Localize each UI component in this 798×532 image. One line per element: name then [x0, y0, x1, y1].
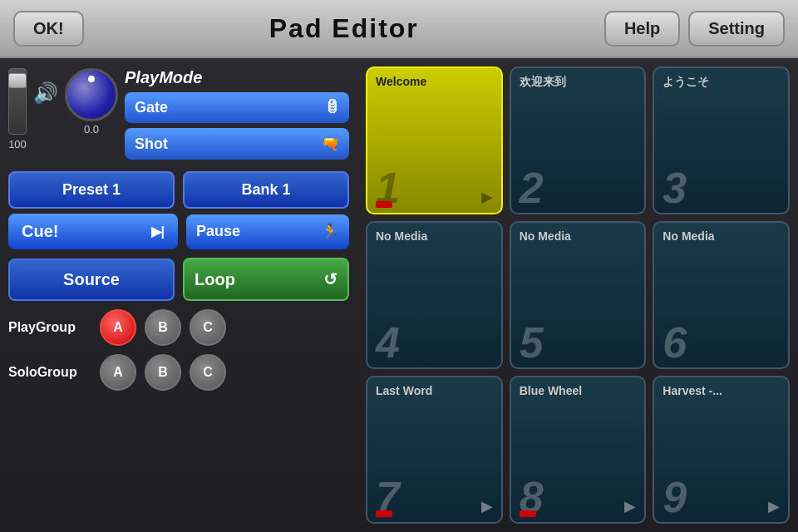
pad-9-play-icon: ▶ — [768, 497, 780, 515]
preset-button[interactable]: Preset 1 — [8, 171, 175, 209]
pad-8[interactable]: Blue Wheel8▶ — [510, 376, 647, 524]
top-controls: 100 🔊 0.0 PlayMode Gate 🛢 — [8, 68, 349, 160]
pause-button[interactable]: Pause 🏃 — [186, 214, 349, 249]
preset-bank-row: Preset 1 Bank 1 — [8, 171, 349, 209]
knob-section: 0.0 — [65, 68, 118, 135]
pad-9-name: Harvest -... — [663, 384, 722, 397]
source-loop-row: Source Loop ↺ — [8, 258, 349, 301]
speaker-icon: 🔊 — [33, 81, 58, 105]
pad-7-play-icon: ▶ — [481, 497, 493, 515]
knob-dot — [88, 76, 95, 82]
pad-5-number: 5 — [520, 321, 544, 364]
sologroup-a-button[interactable]: A — [100, 354, 136, 391]
sologroup-c-button[interactable]: C — [190, 354, 226, 391]
header: OK! Pad Editor Help Setting — [0, 0, 798, 58]
main-content: 100 🔊 0.0 PlayMode Gate 🛢 — [0, 58, 798, 532]
pitch-value: 0.0 — [84, 123, 99, 135]
page-title: Pad Editor — [269, 13, 419, 44]
pad-8-name: Blue Wheel — [520, 384, 582, 397]
barrel-icon: 🛢 — [324, 99, 339, 116]
pad-7-name: Last Word — [376, 384, 432, 397]
playgroup-row: PlayGroup A B C — [8, 309, 349, 346]
volume-slider[interactable] — [8, 68, 27, 135]
pause-icon: 🏃 — [321, 223, 339, 241]
cue-pause-row: Cue! ▶| Pause 🏃 — [8, 214, 349, 249]
sologroup-label: SoloGroup — [8, 365, 91, 380]
loop-icon: ↺ — [323, 269, 337, 289]
pad-6[interactable]: No Media6 — [653, 221, 790, 369]
pad-1-indicator — [376, 201, 392, 208]
sologroup-b-button[interactable]: B — [145, 354, 181, 391]
pad-7[interactable]: Last Word7▶ — [366, 376, 503, 524]
cue-play-icon: ▶| — [151, 224, 165, 239]
pad-4[interactable]: No Media4 — [366, 221, 503, 369]
bank-button[interactable]: Bank 1 — [183, 171, 349, 209]
pad-6-number: 6 — [663, 321, 687, 364]
slider-thumb[interactable] — [8, 73, 27, 88]
playgroup-c-button[interactable]: C — [190, 309, 226, 346]
setting-button[interactable]: Setting — [688, 11, 785, 47]
pad-grid: Welcome1▶欢迎来到2ようこそ3No Media4No Media5No … — [357, 58, 798, 532]
pad-2[interactable]: 欢迎来到2 — [510, 66, 647, 214]
pad-5[interactable]: No Media5 — [510, 221, 647, 369]
volume-section: 100 — [8, 68, 27, 150]
pad-9[interactable]: Harvest -...9▶ — [653, 376, 790, 524]
pad-2-number: 2 — [520, 166, 544, 209]
pad-2-name: 欢迎来到 — [520, 75, 566, 90]
pad-1-name: Welcome — [376, 75, 426, 88]
pad-1-play-icon: ▶ — [481, 188, 493, 206]
shot-button[interactable]: Shot 🔫 — [125, 128, 349, 160]
pad-3[interactable]: ようこそ3 — [653, 66, 790, 214]
playmode-label: PlayMode — [125, 68, 349, 87]
sologroup-row: SoloGroup A B C — [8, 354, 349, 391]
pad-8-play-icon: ▶ — [624, 497, 636, 515]
source-button[interactable]: Source — [8, 259, 175, 301]
volume-value: 100 — [8, 138, 27, 150]
left-panel: 100 🔊 0.0 PlayMode Gate 🛢 — [0, 58, 357, 532]
playgroup-b-button[interactable]: B — [145, 309, 181, 346]
pitch-knob[interactable] — [65, 68, 118, 121]
pad-4-name: No Media — [376, 229, 427, 243]
loop-button[interactable]: Loop ↺ — [183, 258, 349, 301]
gate-button[interactable]: Gate 🛢 — [125, 92, 349, 123]
playgroup-a-button[interactable]: A — [100, 309, 136, 346]
pad-4-number: 4 — [376, 321, 400, 364]
pad-3-name: ようこそ — [663, 75, 709, 90]
playmode-section: PlayMode Gate 🛢 Shot 🔫 — [125, 68, 349, 160]
pad-5-name: No Media — [520, 229, 571, 243]
pad-1[interactable]: Welcome1▶ — [366, 66, 503, 214]
pad-9-number: 9 — [663, 475, 687, 519]
ok-button[interactable]: OK! — [13, 11, 84, 47]
gun-icon: 🔫 — [321, 135, 339, 153]
pad-8-indicator — [520, 510, 536, 517]
pad-3-number: 3 — [663, 166, 687, 209]
help-button[interactable]: Help — [604, 11, 680, 47]
speaker-section: 🔊 — [33, 75, 58, 105]
playgroup-label: PlayGroup — [8, 320, 91, 335]
pad-7-indicator — [376, 510, 392, 517]
cue-button[interactable]: Cue! ▶| — [8, 214, 178, 249]
pad-6-name: No Media — [663, 229, 714, 243]
